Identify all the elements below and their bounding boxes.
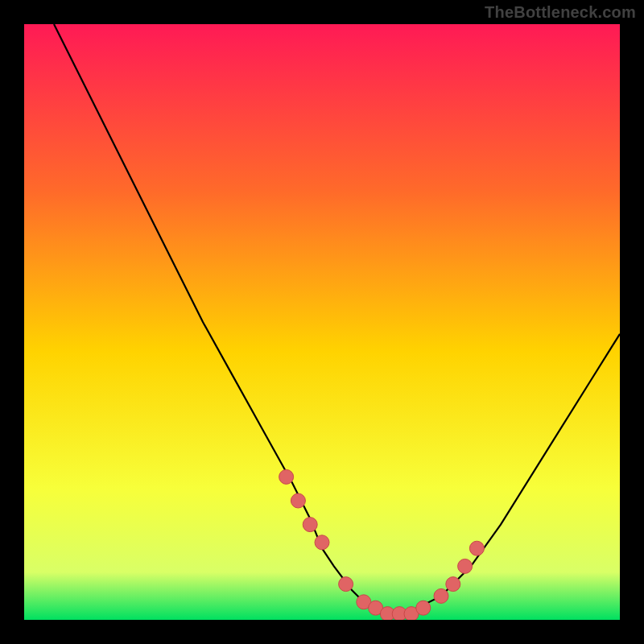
marker-dot	[315, 535, 329, 550]
marker-dot	[446, 577, 460, 592]
watermark-text: TheBottleneck.com	[485, 3, 636, 22]
marker-dot	[469, 541, 484, 555]
marker-dot	[303, 518, 317, 532]
marker-dot	[279, 469, 294, 484]
gradient-background	[24, 24, 620, 620]
marker-dot	[416, 601, 431, 615]
marker-dot	[434, 588, 448, 603]
gradient-plot	[24, 24, 620, 620]
chart-svg	[24, 24, 620, 620]
marker-dot	[339, 577, 353, 592]
marker-dot	[291, 493, 305, 508]
chart-frame: TheBottleneck.com	[0, 0, 644, 644]
marker-dot	[458, 559, 473, 573]
